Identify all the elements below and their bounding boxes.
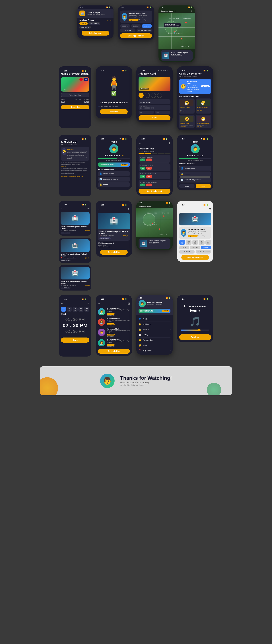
ts2-slot-0100[interactable]: 01:00PM <box>179 250 194 254</box>
menu-item-profile[interactable]: 👤 Profile › <box>138 316 170 322</box>
dot-2[interactable] <box>145 93 150 98</box>
ts2-doctor-type: Dermatologist <box>198 235 206 236</box>
dot-4[interactable] <box>157 93 162 98</box>
q3-no[interactable]: No <box>140 175 146 178</box>
cardholder-field[interactable]: Cardholder Rakibull Hassan <box>138 100 170 104</box>
menu-item-notification[interactable]: 🔔 Notification › <box>138 322 170 327</box>
chip-wart[interactable]: Wart Removal <box>80 26 91 28</box>
progress-bar-bg <box>98 158 130 159</box>
rating-dot[interactable] <box>198 329 200 331</box>
slot-1230[interactable]: 12:30 AM <box>142 24 152 28</box>
menu-item-history[interactable]: 📋 History › <box>138 332 170 338</box>
cal-24[interactable]: 24 Fri <box>186 240 192 245</box>
read-more-sore[interactable]: Read More <box>197 126 210 127</box>
ts2-slot-1100[interactable]: 11:00AM <box>190 246 200 249</box>
slot-0100[interactable]: 01:00PM <box>120 28 136 32</box>
read-more-cough[interactable]: Read More <box>180 111 194 112</box>
cvv-field[interactable]: CVV <box>155 111 170 114</box>
slot-1000[interactable]: 10:00AM <box>120 24 130 28</box>
get-appointment-btn[interactable]: Get Appointment <box>138 189 170 194</box>
apple-card-label[interactable]: Apple card ▾ <box>158 70 168 72</box>
q3-yes[interactable]: Yes <box>146 175 152 178</box>
q4-yes[interactable]: Yes <box>146 184 152 186</box>
doclist-schedule-btn[interactable]: Schedule Now <box>98 349 130 354</box>
hospdetail-schedule-btn[interactable]: Schedule Now <box>100 250 128 255</box>
doc-item-2[interactable]: 👩‍⚕️ Muhammad Salim MBBS, FCPS - Dermato… <box>98 318 130 326</box>
hosp-detail-card: 🏥 AHMC Anaheim Regional Medical Center 📍… <box>98 213 130 241</box>
edit-icon[interactable]: ✏ <box>122 154 123 156</box>
ts2-slot-1230[interactable]: 12:30 AM <box>201 246 211 249</box>
doc-item-3[interactable]: 👨‍⚕️ Muhammad Salim MBBS, FCPS - Dermato… <box>98 328 130 337</box>
sched-cal-26[interactable]: 26 Sun <box>78 307 84 312</box>
symptom-cough[interactable]: 🤧 To much Cough Personal coughing on lou… <box>179 98 194 114</box>
continue-btn[interactable]: Continue <box>179 334 211 340</box>
save-btn[interactable]: Save <box>138 115 170 120</box>
card-number-field[interactable]: Card Number 1254 3265 2986 5789 <box>138 105 170 110</box>
checkout-btn[interactable]: Check Out <box>61 105 89 109</box>
cal-23[interactable]: 23 Tue <box>179 240 185 245</box>
ts2-book-btn[interactable]: Book Appointment <box>181 255 209 260</box>
slot-1100[interactable]: 11:00AM <box>131 24 141 28</box>
symptom-fever[interactable]: 🤒 To much Fever A fever is a fever who w… <box>179 114 194 128</box>
done-btn[interactable]: Done <box>61 338 89 342</box>
cal-26[interactable]: 26 Sun <box>199 240 204 245</box>
symptom-sore[interactable]: 😷 To much Sore throat Alot sad throats a… <box>196 114 211 128</box>
back-icon-doclist[interactable]: ← <box>98 302 101 305</box>
sched-cal-24[interactable]: 24 Fri <box>67 307 72 312</box>
sched-cal-27[interactable]: 27 Mon <box>84 307 89 312</box>
book-appointment-btn[interactable]: Book Appointment <box>120 33 152 38</box>
share-detail-icon[interactable]: ⬆ <box>128 208 130 210</box>
slot-custom[interactable]: You Can Customize <box>136 28 152 32</box>
menu-item-payment[interactable]: 💳 Payment Card › <box>138 338 170 343</box>
back-icon-hosp1[interactable]: ← <box>60 207 63 210</box>
schedule-now-btn[interactable]: Schedule Now <box>82 31 109 36</box>
map-title[interactable]: Swansons Nursery ▾ <box>161 10 176 12</box>
edit-email-field[interactable]: 📧 quickrakibull@gmail.com <box>179 177 211 182</box>
profile-save-btn[interactable]: Save <box>196 184 211 188</box>
symptom-sneeze[interactable]: 🤧 To much Sneezing Doctors is no correct… <box>196 98 211 114</box>
request-appt-link[interactable]: Request an Appointment at mayo Clinic <box>61 176 83 177</box>
edit-fullname-field[interactable]: 👤 Rakibull Hassan <box>179 166 211 171</box>
see-all-link[interactable]: See all <box>107 19 111 21</box>
doc-item-1[interactable]: 👨‍⚕️ Muhammad Salim MBBS, FCPS - Dermato… <box>98 308 130 316</box>
edit-settings-icon[interactable]: ⚙ <box>200 138 202 140</box>
ts2-slot-custom[interactable]: You Can Customize <box>196 250 211 254</box>
live-chat-btn[interactable]: Live ○ chat <box>201 86 210 88</box>
cancel-btn[interactable]: cancel <box>179 184 194 188</box>
q1-yes[interactable]: Yes <box>146 158 152 161</box>
cal-27[interactable]: 27 Mon <box>205 240 211 245</box>
q1-no[interactable]: No <box>140 158 146 161</box>
map2-title[interactable]: Swansons Nursery ▾ <box>138 206 154 207</box>
dot-3[interactable] <box>151 93 156 98</box>
q4-no[interactable]: No <box>140 184 146 186</box>
q2-yes[interactable]: Yes <box>146 167 152 170</box>
causes-title: Causes <box>61 166 89 168</box>
welcome-btn[interactable]: Welcome <box>100 109 128 114</box>
menu-item-privacy[interactable]: 🔐 Privacy › <box>138 343 170 348</box>
back-icon-sched[interactable]: ← <box>61 302 63 305</box>
back-icon-ts2[interactable]: ← <box>179 208 182 210</box>
see-doctors-link[interactable]: 5m+ MBBS Doctor <box>99 238 110 239</box>
share-icon[interactable]: ⬆ <box>168 142 170 145</box>
menu-item-faq[interactable]: ❓ Help & FAQs › <box>138 348 170 353</box>
q2-no[interactable]: No <box>140 167 146 170</box>
add-card-btn[interactable]: + Add New Card <box>61 93 89 97</box>
menu-item-security[interactable]: 🔒 Security › <box>138 327 170 332</box>
edit-password-field[interactable]: 🔒 •••••••••• <box>179 172 211 177</box>
back-icon-test[interactable]: ← <box>138 142 142 145</box>
back-icon-detail[interactable]: ← <box>98 208 100 210</box>
dot-1[interactable] <box>138 93 144 98</box>
doc-item-4[interactable]: 👩‍⚕️ Muhammad Salim MBBS, FCPS - Dermato… <box>98 338 130 347</box>
read-more-sneeze[interactable]: Read More <box>197 110 210 111</box>
chip-star[interactable]: Star Treatment <box>88 22 100 25</box>
chip-covid[interactable]: Covid-19 <box>80 22 88 25</box>
sched-cal-23[interactable]: 23 Tue <box>61 307 66 312</box>
cal-25[interactable]: 25 Sat <box>192 240 198 245</box>
read-more-fever[interactable]: Read More <box>180 126 194 127</box>
sched-cal-25[interactable]: 25 Sat <box>72 307 78 312</box>
profile-settings-icon[interactable]: ⚙ <box>119 138 121 140</box>
date-field[interactable]: Date <box>138 111 154 114</box>
map-popup[interactable]: Rakibull Hassan Location: Ambulance, Syl… <box>164 23 180 27</box>
ts2-slot-1000[interactable]: 10:00AM <box>179 246 189 249</box>
hosp1-map-icon[interactable]: 🗺 <box>88 207 90 210</box>
